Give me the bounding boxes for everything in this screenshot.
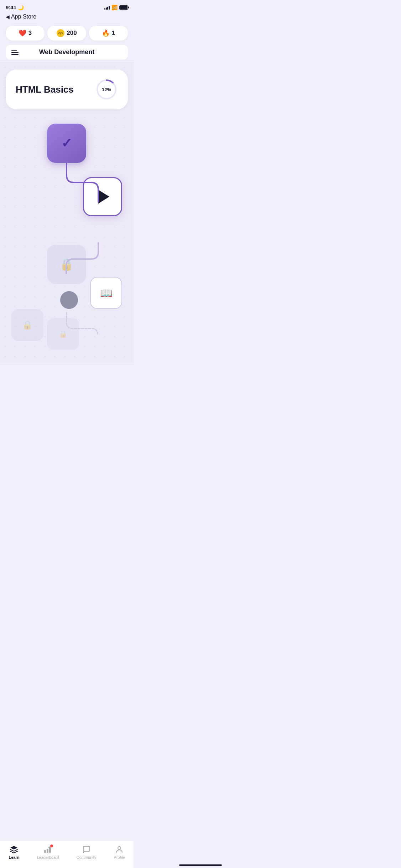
progress-card[interactable]: HTML Basics 12% xyxy=(6,69,128,109)
hearts-value: 3 xyxy=(28,30,32,37)
node-locked-2: 🔒 xyxy=(11,309,43,341)
lock-icon-2: 🔒 xyxy=(22,320,33,330)
node-locked-1: 🔒 xyxy=(47,245,86,284)
learning-path: ✓ 🔒 📖 🔒 xyxy=(6,124,128,355)
node-locked-3: 🔒 xyxy=(47,318,79,350)
back-arrow-icon: ◀ xyxy=(6,14,10,20)
menu-line-2 xyxy=(11,52,19,53)
node-active[interactable] xyxy=(83,177,122,216)
play-icon xyxy=(98,190,109,204)
lock-icon-1: 🔒 xyxy=(59,258,74,271)
locked-lesson-node-3: 🔒 xyxy=(47,318,79,350)
moon-icon: 🌙 xyxy=(18,5,24,10)
status-bar: 9:41 🌙 📶 xyxy=(0,0,134,12)
active-lesson-node[interactable] xyxy=(83,177,122,216)
coins-stat: </> 200 xyxy=(47,26,86,41)
check-icon: ✓ xyxy=(61,136,72,151)
vocab-lesson-node[interactable]: 📖 xyxy=(90,277,122,309)
coins-icon: </> xyxy=(57,29,64,37)
menu-line-1 xyxy=(11,50,17,51)
vocab-icon: 📖 xyxy=(100,287,113,299)
streak-icon: 🔥 xyxy=(102,29,110,37)
back-label: App Store xyxy=(11,14,36,20)
dot-indicator xyxy=(60,291,78,309)
hearts-stat: ❤️ 3 xyxy=(6,26,45,41)
stats-row: ❤️ 3 </> 200 🔥 1 xyxy=(0,23,134,43)
locked-lesson-node-1: 🔒 xyxy=(47,245,86,284)
main-content: HTML Basics 12% ✓ xyxy=(0,62,134,362)
menu-line-3 xyxy=(11,54,19,55)
streak-stat: 🔥 1 xyxy=(89,26,128,41)
page-title: Web Development xyxy=(39,48,95,56)
signal-icon xyxy=(104,5,110,10)
hearts-icon: ❤️ xyxy=(19,29,26,37)
module-title: HTML Basics xyxy=(16,84,74,95)
battery-icon xyxy=(119,5,128,10)
progress-percent: 12% xyxy=(102,87,111,92)
coins-value: 200 xyxy=(67,30,77,37)
menu-button[interactable] xyxy=(11,50,19,55)
locked-lesson-node-2: 🔒 xyxy=(11,309,43,341)
streak-value: 1 xyxy=(112,30,115,37)
progress-dot xyxy=(60,291,78,309)
lock-icon-3: 🔒 xyxy=(59,330,68,338)
status-time: 9:41 xyxy=(6,4,16,10)
wifi-icon: 📶 xyxy=(111,5,118,10)
back-navigation[interactable]: ◀ App Store xyxy=(0,12,134,23)
completed-lesson-node[interactable]: ✓ xyxy=(47,124,86,163)
status-icons: 📶 xyxy=(104,5,128,10)
node-completed[interactable]: ✓ xyxy=(47,124,86,163)
node-vocab[interactable]: 📖 xyxy=(90,277,122,309)
progress-circle: 12% xyxy=(95,78,118,101)
page-header: Web Development xyxy=(6,45,128,60)
status-time-area: 9:41 🌙 xyxy=(6,4,24,11)
